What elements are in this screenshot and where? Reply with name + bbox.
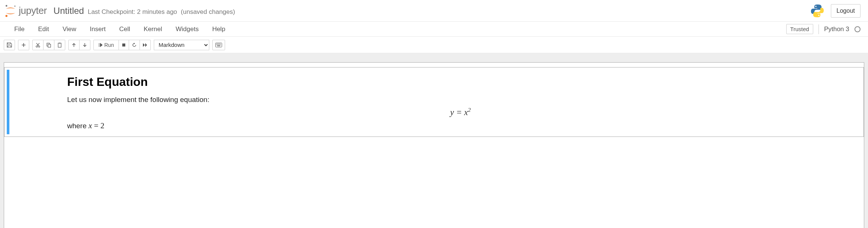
restart-button[interactable]	[129, 40, 140, 50]
paste-icon	[57, 42, 62, 48]
toolbar: Run Markdown	[0, 37, 868, 53]
add-cell-button[interactable]	[18, 40, 29, 50]
title-area: Untitled Last Checkpoint: 2 minutes ago …	[54, 6, 235, 16]
svg-rect-14	[217, 44, 218, 44]
eq-rhs-base: x	[464, 108, 468, 117]
menu-file[interactable]: File	[8, 22, 31, 36]
cell-type-select[interactable]: Markdown	[154, 40, 209, 50]
run-icon	[98, 43, 103, 47]
cell-intro-text: Let us now implement the following equat…	[67, 96, 854, 104]
cut-button[interactable]	[32, 40, 44, 50]
run-label: Run	[104, 42, 114, 48]
restart-run-all-button[interactable]	[140, 40, 151, 50]
move-up-button[interactable]	[68, 40, 80, 50]
logout-button[interactable]: Logout	[831, 4, 860, 18]
eq-lhs: y	[450, 108, 454, 117]
run-group: Run	[93, 40, 151, 50]
svg-rect-23	[217, 45, 220, 46]
save-icon	[7, 42, 12, 48]
svg-rect-18	[216, 45, 217, 45]
copy-icon	[46, 42, 51, 48]
svg-rect-19	[217, 45, 218, 45]
where-prefix: where	[67, 122, 89, 130]
svg-rect-9	[58, 43, 61, 47]
cell-prompt	[9, 70, 62, 134]
menu-insert[interactable]: Insert	[83, 22, 113, 36]
checkpoint-status: Last Checkpoint: 2 minutes ago	[88, 8, 177, 16]
cell-content[interactable]: First Equation Let us now implement the …	[62, 70, 861, 134]
jupyter-logo[interactable]: jupyter	[4, 4, 47, 18]
notebook-container: First Equation Let us now implement the …	[4, 62, 864, 228]
menu-kernel[interactable]: Kernel	[137, 22, 169, 36]
svg-point-2	[6, 15, 8, 16]
menubar-right: Trusted Python 3	[786, 24, 860, 34]
svg-rect-11	[122, 44, 125, 46]
header: jupyter Untitled Last Checkpoint: 2 minu…	[0, 0, 868, 22]
keyboard-icon	[215, 43, 222, 47]
jupyter-logo-text: jupyter	[19, 5, 47, 16]
svg-rect-16	[219, 44, 220, 44]
interrupt-button[interactable]	[119, 40, 129, 50]
svg-point-4	[818, 15, 819, 16]
where-val: 2	[101, 121, 105, 130]
header-right: Logout	[810, 3, 860, 18]
where-var: x	[89, 121, 92, 130]
cell-heading: First Equation	[67, 75, 854, 89]
move-down-button[interactable]	[79, 40, 90, 50]
svg-point-1	[14, 5, 16, 7]
markdown-cell[interactable]: First Equation Let us now implement the …	[4, 67, 864, 137]
svg-point-6	[38, 46, 40, 47]
copy-button[interactable]	[43, 40, 54, 50]
svg-rect-13	[216, 44, 217, 44]
svg-point-3	[815, 6, 816, 7]
menu-cell[interactable]: Cell	[113, 22, 137, 36]
trusted-badge[interactable]: Trusted	[786, 24, 813, 34]
python-logo-icon	[810, 3, 825, 18]
save-button[interactable]	[4, 40, 15, 50]
kernel-indicator-icon[interactable]	[854, 26, 860, 32]
eq-rhs-exp: 2	[468, 107, 471, 113]
menu-edit[interactable]: Edit	[31, 22, 56, 36]
notebook-area: First Equation Let us now implement the …	[0, 53, 868, 228]
command-palette-button[interactable]	[212, 40, 225, 50]
svg-rect-15	[218, 44, 219, 44]
fast-forward-icon	[143, 43, 148, 47]
svg-point-0	[6, 5, 8, 7]
svg-rect-17	[220, 44, 221, 44]
arrow-up-icon	[71, 42, 77, 48]
restart-icon	[132, 42, 137, 48]
jupyter-logo-icon	[4, 4, 17, 18]
svg-rect-22	[220, 45, 221, 45]
paste-button[interactable]	[54, 40, 65, 50]
plus-icon	[21, 42, 26, 48]
svg-rect-20	[218, 45, 219, 45]
where-eq: =	[92, 121, 100, 130]
notebook-name[interactable]: Untitled	[54, 6, 84, 16]
menu-view[interactable]: View	[56, 22, 83, 36]
kernel-name[interactable]: Python 3	[824, 26, 849, 33]
move-group	[68, 40, 90, 50]
edit-group	[32, 40, 65, 50]
svg-rect-10	[59, 43, 60, 44]
run-button[interactable]: Run	[93, 40, 119, 50]
cell-where-text: where x = 2	[67, 121, 854, 130]
menu-help[interactable]: Help	[206, 22, 232, 36]
unsaved-status: (unsaved changes)	[181, 8, 235, 16]
eq-equals: =	[454, 108, 464, 117]
arrow-down-icon	[82, 42, 87, 48]
cell-selection-bar	[7, 70, 9, 134]
cut-icon	[35, 42, 41, 48]
svg-rect-21	[219, 45, 220, 45]
menubar: File Edit View Insert Cell Kernel Widget…	[0, 22, 868, 37]
svg-point-5	[36, 46, 38, 47]
kernel-divider	[818, 24, 819, 34]
cell-equation: y = x2	[67, 105, 854, 121]
menu-widgets[interactable]: Widgets	[169, 22, 205, 36]
svg-rect-8	[48, 44, 51, 47]
stop-icon	[122, 43, 126, 47]
